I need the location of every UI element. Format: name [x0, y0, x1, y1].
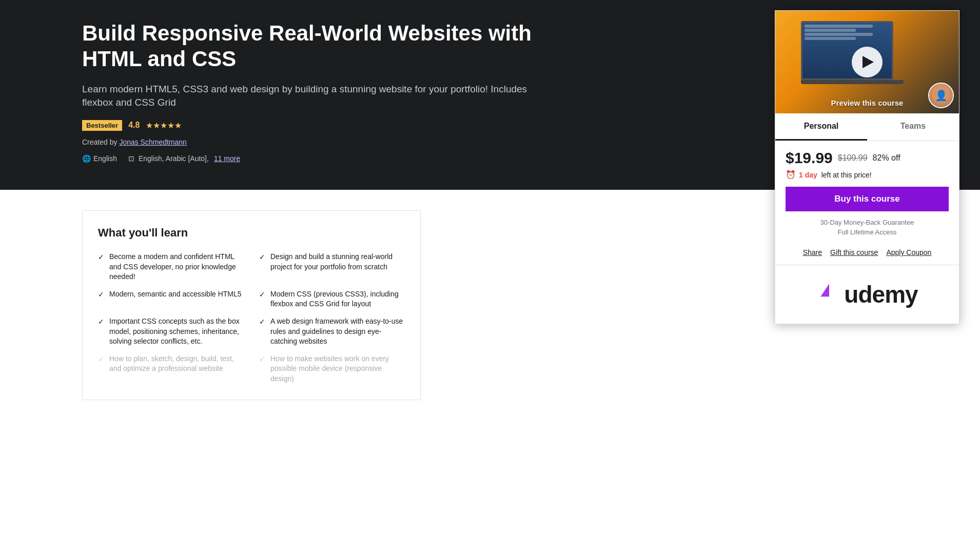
captions-icon: ⊡ [127, 154, 135, 163]
tab-personal[interactable]: Personal [775, 113, 867, 141]
check-icon: ✓ [98, 317, 104, 327]
instructor-link[interactable]: Jonas Schmedtmann [119, 138, 187, 146]
learn-item-text: Important CSS concepts such as the box m… [109, 316, 244, 347]
learn-item-text: Design and build a stunning real-world p… [270, 252, 405, 272]
instructor-avatar: 👤 [928, 83, 954, 108]
avatar-face: 👤 [929, 84, 953, 107]
learn-item: ✓ A web design framework with easy-to-us… [259, 316, 405, 347]
learn-section: What you'll learn ✓ Become a modern and … [82, 210, 421, 400]
check-icon: ✓ [98, 354, 104, 365]
rating-number: 4.8 [128, 121, 140, 130]
gift-link[interactable]: Gift this course [830, 248, 878, 256]
screen-bar [805, 29, 856, 32]
learn-title: What you'll learn [98, 226, 405, 240]
course-subtitle: Learn modern HTML5, CSS3 and web design … [82, 83, 544, 110]
buy-course-button[interactable]: Buy this course [786, 187, 949, 211]
created-by-label: Created by [82, 138, 117, 146]
coupon-link[interactable]: Apply Coupon [886, 248, 931, 256]
tabs-row: Personal Teams [775, 113, 959, 141]
laptop-base [801, 80, 904, 84]
learn-item: ✓ Important CSS concepts such as the box… [98, 316, 244, 347]
language-label: English [93, 154, 117, 163]
share-link[interactable]: Share [803, 248, 822, 256]
current-price: $19.99 [786, 149, 833, 167]
course-title: Build Responsive Real-World Websites wit… [82, 21, 544, 72]
captions-meta: ⊡ English, Arabic [Auto], 11 more [127, 154, 240, 163]
learn-item: ✓ Modern, semantic and accessible HTML5 [98, 289, 244, 309]
check-icon: ✓ [259, 354, 265, 365]
learn-item: ✓ Become a modern and confident HTML and… [98, 252, 244, 282]
links-row: Share Gift this course Apply Coupon [775, 248, 959, 265]
course-card: 👤 Preview this course Personal Teams $19… [775, 10, 959, 324]
discount-badge: 82% off [873, 153, 900, 163]
screen-bar [805, 37, 856, 40]
countdown-text: 1 day left at this price! [799, 171, 872, 179]
hero-section: Build Responsive Real-World Websites wit… [0, 0, 980, 190]
check-icon: ✓ [259, 317, 265, 327]
preview-label: Preview this course [831, 98, 904, 107]
check-icon: ✓ [259, 290, 265, 300]
learn-item: ✓ Modern CSS (previous CSS3), including … [259, 289, 405, 309]
screen-bar [805, 25, 873, 28]
learn-item-text: How to plan, sketch, design, build, test… [109, 354, 244, 374]
captions-label: English, Arabic [Auto], [139, 154, 209, 163]
svg-marker-0 [821, 284, 830, 296]
learn-item: ✓ Design and build a stunning real-world… [259, 252, 405, 282]
access-text: Full Lifetime Access [786, 228, 949, 236]
learn-item-text: Modern, semantic and accessible HTML5 [109, 289, 242, 300]
meta-row: 🌐 English ⊡ English, Arabic [Auto], 11 m… [82, 154, 544, 163]
learn-item-text: Modern CSS (previous CSS3), including fl… [270, 289, 405, 309]
udemy-logo: udemy [816, 281, 917, 308]
check-icon: ✓ [98, 290, 104, 300]
check-icon: ✓ [98, 252, 104, 263]
rating-row: Bestseller 4.8 ★★★★★ [82, 120, 544, 131]
alarm-icon: ⏰ [786, 170, 796, 180]
learn-item-text: A web design framework with easy-to-use … [270, 316, 405, 347]
bestseller-badge: Bestseller [82, 120, 122, 131]
hero-content: Build Responsive Real-World Websites wit… [82, 21, 544, 163]
learn-item: ✓ How to make websites work on every pos… [259, 354, 405, 384]
globe-icon: 🌐 [82, 154, 90, 163]
pricing-section: $19.99 $109.99 82% off ⏰ 1 day left at t… [775, 141, 959, 248]
tab-teams[interactable]: Teams [867, 113, 959, 141]
original-price: $109.99 [838, 153, 868, 163]
countdown-suffix: left at this price! [821, 171, 872, 179]
countdown-row: ⏰ 1 day left at this price! [786, 170, 949, 180]
price-row: $19.99 $109.99 82% off [786, 149, 949, 167]
udemy-icon [816, 282, 842, 307]
play-button[interactable] [852, 47, 883, 77]
main-content: What you'll learn ✓ Become a modern and … [0, 190, 503, 436]
learn-item-text: Become a modern and confident HTML and C… [109, 252, 244, 282]
captions-more-link[interactable]: 11 more [214, 154, 240, 163]
guarantee-text: 30-Day Money-Back Guarantee [786, 219, 949, 226]
learn-item: ✓ How to plan, sketch, design, build, te… [98, 354, 244, 384]
learn-item-text: How to make websites work on every possi… [270, 354, 405, 384]
screen-bar [805, 33, 873, 36]
created-by: Created by Jonas Schmedtmann [82, 138, 544, 146]
language-meta: 🌐 English [82, 154, 117, 163]
check-icon: ✓ [259, 252, 265, 263]
play-icon [863, 56, 874, 68]
course-preview[interactable]: 👤 Preview this course [775, 11, 959, 113]
countdown-days: 1 day [799, 171, 817, 179]
star-rating: ★★★★★ [146, 121, 182, 130]
udemy-text: udemy [844, 281, 917, 308]
preview-thumbnail: 👤 [775, 11, 959, 113]
udemy-logo-section: udemy [775, 265, 959, 324]
learn-grid: ✓ Become a modern and confident HTML and… [98, 252, 405, 384]
